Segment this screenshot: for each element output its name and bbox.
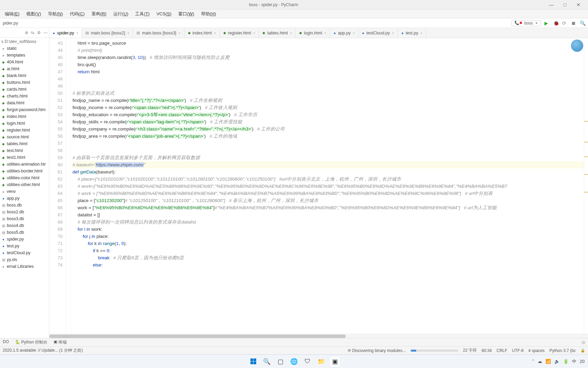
run-button[interactable]: ▶ [544, 20, 550, 26]
code-editor[interactable]: 4344454647484950515253545556575859606162… [49, 38, 588, 334]
editor-tab[interactable]: ●test.py× [398, 28, 426, 38]
editor-tab[interactable]: ▤main.boss [boss3]× [133, 28, 184, 38]
tray-chevron-icon[interactable]: ˄ [532, 359, 534, 364]
project-tree-item[interactable]: ◆blank.html [0, 72, 49, 79]
project-tree-item[interactable]: ●spider.py [0, 236, 49, 243]
project-tree-item[interactable]: ●test.py [0, 243, 49, 249]
editor-tab[interactable]: ▤main.boss [boss2]× [82, 28, 133, 38]
project-tree-item[interactable]: ▸templates [0, 52, 49, 59]
menu-item[interactable]: 导航(N) [45, 10, 66, 18]
editor-tab[interactable]: ●app.py× [330, 28, 359, 38]
browser-taskbar-icon[interactable]: 🛡 [302, 356, 313, 367]
code-with-me-avatar[interactable] [571, 40, 583, 52]
error-stripe[interactable] [584, 38, 588, 334]
tray-ime-icon[interactable]: 中 [572, 358, 576, 365]
editor-tab[interactable]: ◆login.html× [296, 28, 330, 38]
project-tree-item[interactable]: ◆register.html [0, 127, 49, 134]
project-tree-item[interactable]: ◆index.html [0, 113, 49, 120]
project-tree-item[interactable]: ●app.py [0, 195, 49, 202]
task-view-button[interactable]: ▢ [275, 356, 286, 367]
project-tree-item[interactable]: ◆charts.html [0, 93, 49, 99]
menu-item[interactable]: 窗口(W) [176, 10, 197, 18]
project-tree-item[interactable]: ▤boss2.db [0, 209, 49, 215]
line-number-gutter[interactable]: 4344454647484950515253545556575859606162… [49, 38, 66, 334]
project-tree-item[interactable]: ◆login.html [0, 120, 49, 127]
progress-bar[interactable] [411, 350, 458, 352]
project-tree-item[interactable]: ◆tables.html [0, 140, 49, 147]
edge-taskbar-icon[interactable]: 🌐 [289, 356, 299, 367]
terminal-tool-tab[interactable]: ▣ 终端 [53, 339, 67, 345]
editor-tab[interactable]: ◆tables.html× [259, 28, 296, 38]
debug-button[interactable]: 🐞 [553, 20, 559, 26]
project-tool-window[interactable]: ⊕ ⇆ ⚙ — s D:\dev_soft\boss▸static▸templa… [0, 28, 49, 338]
search-button[interactable]: 🔍 [261, 356, 272, 367]
project-tree-item[interactable]: ◆utilities-other.html [0, 181, 49, 188]
project-tree-item[interactable]: ◆test1.html [0, 154, 49, 161]
menu-item[interactable]: 工具(T) [132, 10, 152, 18]
project-tree-item[interactable]: ▸venv [0, 188, 49, 195]
tray-clock[interactable]: 20 [580, 359, 585, 364]
close-tab-icon[interactable]: × [324, 31, 326, 35]
run-configuration-selector[interactable]: 📞✖ boss ▼ [511, 20, 541, 26]
editor-tab[interactable]: ◆register.html× [220, 28, 259, 38]
project-tree-item[interactable]: ▤boss.db [0, 202, 49, 209]
tray-onedrive-icon[interactable]: ☁ [538, 359, 542, 364]
project-tree-item[interactable]: ▸static [0, 45, 49, 52]
project-locate-icon[interactable]: ⊕ [25, 30, 28, 35]
status-line-separator[interactable]: CRLF [496, 348, 507, 353]
project-tree-item[interactable]: ◆utilities-color.html [0, 174, 49, 181]
menu-item[interactable]: 视图(V) [23, 10, 44, 18]
breadcrumb[interactable]: pider.py [3, 20, 18, 26]
project-tree-item[interactable]: ◆data.html [0, 99, 49, 106]
status-encoding[interactable]: UTF-8 [512, 348, 524, 353]
system-tray[interactable]: ˄ ☁ 📶 🔈 🔋 中 20 [532, 358, 585, 365]
menu-item[interactable]: 代码(C) [67, 10, 87, 18]
project-tree-item[interactable]: ◆404.html [0, 59, 49, 65]
close-tab-icon[interactable]: × [76, 31, 78, 35]
project-tree-item[interactable]: ▸ernal Libraries [0, 263, 49, 270]
project-tree-item[interactable]: ◆cards.html [0, 86, 49, 93]
menu-item[interactable]: 重构(R) [89, 10, 109, 18]
window-close-button[interactable]: ✕ [572, 2, 585, 7]
run-with-coverage-button[interactable]: ⟳ [562, 20, 568, 26]
start-button[interactable] [248, 356, 259, 367]
project-expand-icon[interactable]: ⇆ [31, 30, 34, 35]
project-tree-item[interactable]: ◆ai.html [0, 65, 49, 72]
status-interpreter[interactable]: Python 3.7 (bc [550, 348, 576, 353]
close-tab-icon[interactable]: × [290, 31, 292, 35]
menu-item[interactable]: 运行(U) [111, 10, 131, 18]
window-maximize-button[interactable]: □ [558, 2, 572, 7]
horizontal-scrollbar[interactable] [49, 334, 588, 338]
project-tree-item[interactable]: ▤boss3.db [0, 215, 49, 222]
menu-item[interactable]: 帮助(H) [198, 10, 219, 18]
windows-taskbar[interactable]: 🔍 ▢ 🌐 🛡 📁 ▣ ˄ ☁ 📶 🔈 🔋 中 20 [0, 354, 588, 368]
close-tab-icon[interactable]: × [178, 31, 180, 35]
status-update-notification[interactable]: 2020.1.5 available: // Update... (1 分钟 之… [3, 348, 83, 353]
project-tree-item[interactable]: ◆test.html [0, 147, 49, 154]
stop-button[interactable]: ⏹ [571, 20, 576, 26]
window-minimize-button[interactable]: — [544, 2, 558, 7]
search-everywhere-button[interactable]: 🔍 [580, 20, 585, 26]
python-console-tool-tab[interactable]: 🐍 Python 控制台 [15, 339, 47, 345]
project-root[interactable]: s D:\dev_soft\boss [0, 38, 49, 45]
close-tab-icon[interactable]: × [392, 31, 394, 35]
close-tab-icon[interactable]: × [420, 31, 422, 35]
tray-volume-icon[interactable]: 🔈 [554, 359, 560, 364]
project-tree-item[interactable]: ◆utilities-animation.htr [0, 161, 49, 168]
project-tree[interactable]: s D:\dev_soft\boss▸static▸templates◆404.… [0, 37, 49, 271]
project-tree-item[interactable]: ◆source.html [0, 134, 49, 140]
editor-tab[interactable]: ◆index.html× [184, 28, 220, 38]
editor-tab[interactable]: ●spider.py× [49, 28, 82, 38]
todo-tool-tab[interactable]: DO [3, 339, 9, 345]
explorer-taskbar-icon[interactable]: 📁 [316, 356, 327, 367]
menu-item[interactable]: VCS(S) [154, 11, 174, 17]
fold-column[interactable] [66, 38, 71, 334]
project-tree-item[interactable]: ▤boss4.db [0, 222, 49, 229]
project-tree-item[interactable]: ◆utilities-border.html [0, 168, 49, 174]
close-tab-icon[interactable]: × [253, 31, 255, 35]
project-tree-item[interactable]: ◆buttons.html [0, 79, 49, 86]
close-tab-icon[interactable]: × [353, 31, 355, 35]
editor-tab[interactable]: ●testCloud.py× [359, 28, 398, 38]
menu-item[interactable]: 编辑(E) [2, 10, 22, 18]
pycharm-taskbar-icon[interactable]: ▣ [329, 356, 340, 367]
